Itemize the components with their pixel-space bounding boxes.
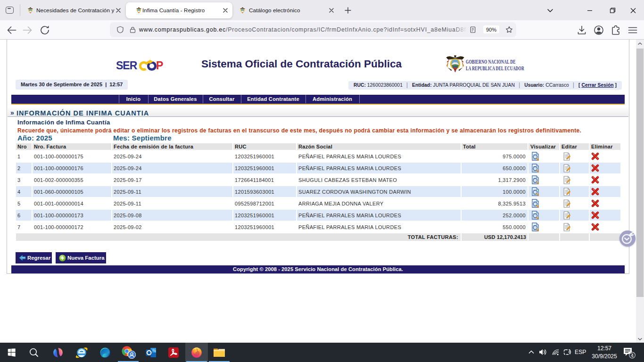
svg-text:SER: SER — [116, 59, 138, 72]
svg-text:4: 4 — [631, 353, 634, 358]
svg-text:P: P — [156, 59, 163, 72]
